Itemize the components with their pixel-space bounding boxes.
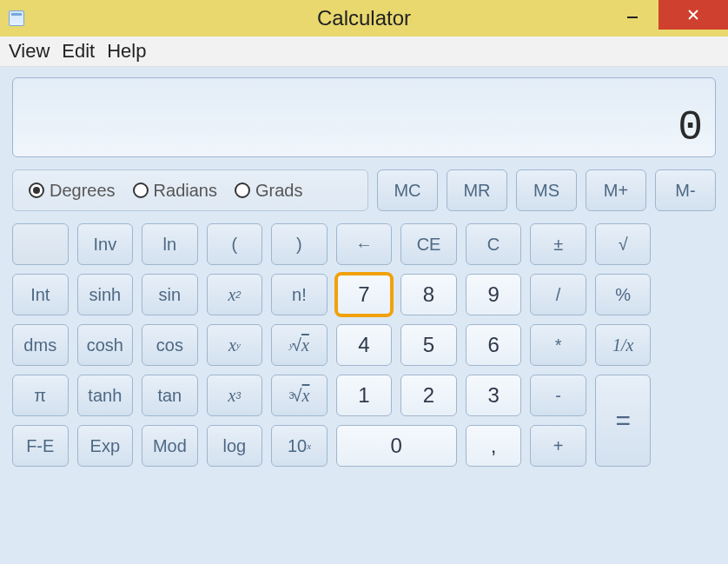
x-pow-y-button[interactable]: xy bbox=[207, 324, 263, 366]
memory-row: MC MR MS M+ M- bbox=[377, 169, 716, 211]
ms-button[interactable]: MS bbox=[516, 169, 577, 211]
blank-button[interactable] bbox=[12, 223, 69, 265]
ln-button[interactable]: ln bbox=[142, 223, 198, 265]
mod-button[interactable]: Mod bbox=[142, 425, 198, 467]
mplus-button[interactable]: M+ bbox=[586, 169, 646, 211]
ten-pow-x-button[interactable]: 10x bbox=[271, 425, 328, 467]
radio-grads[interactable]: Grads bbox=[235, 181, 302, 201]
title-bar: Calculator bbox=[0, 0, 728, 36]
minimize-icon bbox=[626, 9, 639, 21]
multiply-button[interactable]: * bbox=[530, 324, 586, 366]
int-button[interactable]: Int bbox=[12, 274, 69, 315]
label: x bbox=[228, 285, 235, 305]
sqrt-button[interactable]: √ bbox=[595, 223, 652, 265]
digit-5-button[interactable]: 5 bbox=[400, 324, 457, 366]
fe-button[interactable]: F-E bbox=[12, 425, 69, 467]
label: 3 bbox=[235, 390, 241, 401]
c-button[interactable]: C bbox=[466, 223, 522, 265]
lparen-button[interactable]: ( bbox=[207, 223, 263, 265]
plus-minus-button[interactable]: ± bbox=[530, 223, 586, 265]
y-root-x-button[interactable]: y√x bbox=[271, 324, 328, 366]
label: x bbox=[302, 386, 310, 406]
x-cubed-button[interactable]: x3 bbox=[207, 375, 263, 416]
dms-button[interactable]: dms bbox=[12, 324, 69, 366]
radio-degrees-label: Degrees bbox=[50, 181, 116, 201]
label: x bbox=[301, 335, 309, 355]
label: √ bbox=[292, 335, 301, 355]
radio-dot-icon bbox=[29, 182, 44, 198]
digit-6-button[interactable]: 6 bbox=[466, 324, 522, 366]
label: x bbox=[307, 441, 311, 451]
label: x bbox=[228, 335, 236, 355]
x-squared-button[interactable]: x2 bbox=[207, 274, 263, 315]
digit-1-button[interactable]: 1 bbox=[336, 375, 393, 416]
subtract-button[interactable]: - bbox=[530, 375, 586, 416]
close-button[interactable] bbox=[659, 0, 728, 30]
minimize-button[interactable] bbox=[606, 0, 659, 30]
divide-button[interactable]: / bbox=[530, 274, 586, 315]
mr-button[interactable]: MR bbox=[447, 169, 507, 211]
cos-button[interactable]: cos bbox=[142, 324, 198, 366]
mc-button[interactable]: MC bbox=[377, 169, 438, 211]
menu-help[interactable]: Help bbox=[107, 40, 146, 63]
result-display: 0 bbox=[12, 77, 716, 157]
sin-button[interactable]: sin bbox=[142, 274, 198, 315]
digit-3-button[interactable]: 3 bbox=[466, 375, 522, 416]
backspace-button[interactable]: ← bbox=[336, 223, 393, 265]
window-controls bbox=[606, 0, 728, 30]
digit-9-button[interactable]: 9 bbox=[466, 274, 522, 315]
radio-grads-label: Grads bbox=[255, 181, 302, 201]
radio-radians-label: Radians bbox=[154, 181, 217, 201]
tanh-button[interactable]: tanh bbox=[77, 375, 134, 416]
digit-4-button[interactable]: 4 bbox=[336, 324, 393, 366]
label: 2 bbox=[235, 289, 241, 300]
cosh-button[interactable]: cosh bbox=[77, 324, 134, 366]
top-controls: Degrees Radians Grads MC MR MS M+ M- bbox=[12, 169, 716, 211]
radio-degrees[interactable]: Degrees bbox=[29, 181, 116, 201]
client-area: 0 Degrees Radians Grads MC MR MS M+ M- I… bbox=[0, 67, 728, 564]
percent-button[interactable]: % bbox=[595, 274, 652, 315]
digit-0-button[interactable]: 0 bbox=[336, 425, 457, 467]
radio-dot-icon bbox=[235, 182, 250, 198]
add-button[interactable]: + bbox=[530, 425, 586, 467]
mminus-button[interactable]: M- bbox=[655, 169, 716, 211]
log-button[interactable]: log bbox=[207, 425, 263, 467]
tan-button[interactable]: tan bbox=[142, 375, 198, 416]
digit-7-button[interactable]: 7 bbox=[336, 274, 393, 315]
menu-edit[interactable]: Edit bbox=[62, 40, 95, 63]
menu-view[interactable]: View bbox=[9, 40, 50, 63]
angle-mode-group: Degrees Radians Grads bbox=[12, 169, 368, 211]
keypad: Inv ln ( ) ← CE C ± √ Int sinh sin x2 n!… bbox=[12, 223, 716, 467]
exp-button[interactable]: Exp bbox=[77, 425, 134, 467]
factorial-button[interactable]: n! bbox=[271, 274, 328, 315]
pi-button[interactable]: π bbox=[12, 375, 69, 416]
radio-radians[interactable]: Radians bbox=[133, 181, 217, 201]
sinh-button[interactable]: sinh bbox=[77, 274, 134, 315]
radio-dot-icon bbox=[133, 182, 149, 198]
reciprocal-button[interactable]: 1/x bbox=[595, 324, 652, 366]
ce-button[interactable]: CE bbox=[400, 223, 457, 265]
inv-button[interactable]: Inv bbox=[77, 223, 134, 265]
digit-2-button[interactable]: 2 bbox=[400, 375, 457, 416]
label: 10 bbox=[288, 436, 307, 456]
label: x bbox=[228, 386, 235, 406]
menu-bar: View Edit Help bbox=[0, 36, 728, 67]
label: y bbox=[236, 340, 241, 350]
digit-8-button[interactable]: 8 bbox=[400, 274, 457, 315]
rparen-button[interactable]: ) bbox=[271, 223, 328, 265]
label: √ bbox=[293, 386, 302, 406]
decimal-button[interactable]: , bbox=[466, 425, 522, 467]
close-icon bbox=[687, 9, 699, 21]
equals-button[interactable]: = bbox=[595, 375, 652, 467]
label: 1/x bbox=[612, 335, 633, 355]
display-value: 0 bbox=[678, 104, 703, 151]
cube-root-button[interactable]: 3√x bbox=[271, 375, 328, 416]
